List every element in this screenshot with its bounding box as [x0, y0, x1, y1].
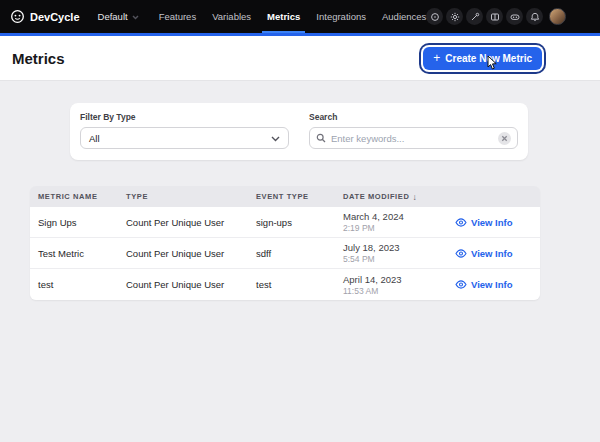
nav-item-features[interactable]: Features: [159, 0, 197, 33]
primary-nav: Features Variables Metrics Integrations …: [159, 0, 427, 33]
nav-item-variables[interactable]: Variables: [212, 0, 251, 33]
discord-icon[interactable]: [506, 8, 523, 25]
nav-item-metrics[interactable]: Metrics: [267, 0, 300, 33]
view-info-label: View Info: [471, 217, 513, 228]
main-content: Filter By Type All Search: [0, 81, 600, 300]
sort-descending-icon: ↓: [412, 192, 416, 202]
bell-icon[interactable]: [526, 8, 543, 25]
date-modified-cell: March 4, 2024 2:19 PM: [335, 211, 447, 233]
table-row[interactable]: Sign Ups Count Per Unique User sign-ups …: [30, 207, 540, 238]
actions-cell: View Info: [447, 248, 540, 259]
devcycle-brand[interactable]: DevCycle: [10, 9, 80, 24]
view-info-link[interactable]: View Info: [447, 279, 540, 290]
metric-name-cell: Test Metric: [30, 248, 118, 259]
search-box: [309, 127, 518, 149]
table-row[interactable]: Test Metric Count Per Unique User sdff J…: [30, 238, 540, 269]
date-modified-label: Date Modified: [343, 192, 409, 201]
plus-icon: +: [433, 53, 440, 63]
search-icon: [316, 133, 326, 143]
table-header-row: Metric Name Type Event Type Date Modifie…: [30, 186, 540, 207]
search-group: Search: [309, 112, 518, 149]
view-info-link[interactable]: View Info: [447, 248, 540, 259]
type-filter-value: All: [89, 133, 100, 144]
docs-icon[interactable]: [486, 8, 503, 25]
date-modified-cell: July 18, 2023 5:54 PM: [335, 242, 447, 264]
clear-search-icon[interactable]: [498, 132, 511, 145]
brand-label: DevCycle: [30, 11, 80, 23]
chevron-down-icon: [132, 11, 139, 22]
time-text: 2:19 PM: [343, 223, 447, 233]
type-filter-select[interactable]: All: [80, 127, 289, 149]
filter-by-type-group: Filter By Type All: [80, 112, 289, 149]
page-header: Metrics + Create New Metric: [0, 36, 600, 81]
date-text: March 4, 2024: [343, 211, 447, 222]
column-header-metric-name[interactable]: Metric Name: [30, 192, 118, 201]
date-text: July 18, 2023: [343, 242, 447, 253]
eye-icon: [455, 218, 467, 227]
topnav-icon-group: [426, 8, 566, 25]
type-cell: Count Per Unique User: [118, 217, 248, 228]
type-cell: Count Per Unique User: [118, 279, 248, 290]
devcycle-logo-icon: [10, 9, 25, 24]
target-icon[interactable]: [426, 8, 443, 25]
create-button-label: Create New Metric: [445, 53, 532, 64]
chevron-down-icon: [271, 133, 280, 144]
page-title: Metrics: [12, 50, 65, 67]
project-label: Default: [98, 11, 128, 22]
metrics-table: Metric Name Type Event Type Date Modifie…: [30, 186, 540, 300]
eye-icon: [455, 249, 467, 258]
nav-item-integrations[interactable]: Integrations: [316, 0, 366, 33]
event-type-cell: sdff: [248, 248, 335, 259]
metric-name-cell: Sign Ups: [30, 217, 118, 228]
view-info-link[interactable]: View Info: [447, 217, 540, 228]
table-row[interactable]: test Count Per Unique User test April 14…: [30, 269, 540, 300]
nav-item-audiences[interactable]: Audiences: [382, 0, 426, 33]
search-input[interactable]: [331, 133, 493, 144]
filter-by-type-label: Filter By Type: [80, 112, 289, 122]
time-text: 5:54 PM: [343, 254, 447, 264]
metric-name-cell: test: [30, 279, 118, 290]
column-header-date-modified[interactable]: Date Modified ↓: [335, 192, 447, 202]
event-type-cell: test: [248, 279, 335, 290]
user-avatar[interactable]: [549, 8, 566, 25]
date-modified-cell: April 14, 2023 11:53 AM: [335, 274, 447, 296]
event-type-cell: sign-ups: [248, 217, 335, 228]
search-label: Search: [309, 112, 518, 122]
actions-cell: View Info: [447, 217, 540, 228]
project-dropdown[interactable]: Default: [98, 11, 139, 22]
top-nav-bar: DevCycle Default Features Variables Metr…: [0, 0, 600, 33]
type-cell: Count Per Unique User: [118, 248, 248, 259]
view-info-label: View Info: [471, 279, 513, 290]
date-text: April 14, 2023: [343, 274, 447, 285]
actions-cell: View Info: [447, 279, 540, 290]
wrench-icon[interactable]: [466, 8, 483, 25]
column-header-type[interactable]: Type: [118, 192, 248, 201]
eye-icon: [455, 280, 467, 289]
time-text: 11:53 AM: [343, 286, 447, 296]
create-new-metric-button[interactable]: + Create New Metric: [423, 47, 542, 70]
gear-icon[interactable]: [446, 8, 463, 25]
column-header-event-type[interactable]: Event Type: [248, 192, 335, 201]
view-info-label: View Info: [471, 248, 513, 259]
filter-card: Filter By Type All Search: [70, 103, 528, 160]
